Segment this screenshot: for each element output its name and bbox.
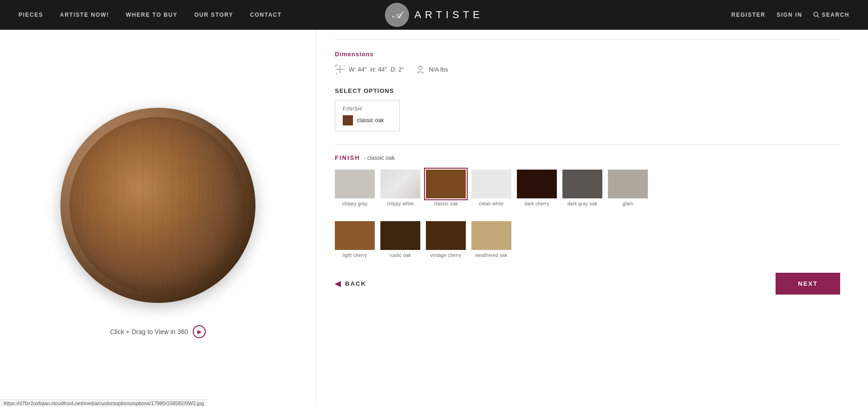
dimensions-label: Dimensions — [335, 51, 840, 58]
dimension-height: H: 44" — [370, 66, 387, 73]
next-button[interactable]: NEXT — [776, 273, 840, 295]
swatch-item-dark-cherry[interactable]: dark cherry — [517, 170, 557, 206]
nav-where-to-buy[interactable]: WHERE TO BUY — [126, 12, 177, 18]
finish-selector-swatch — [343, 115, 353, 125]
select-options-label: Select Options — [335, 87, 840, 94]
swatch-box-chippy-white — [380, 170, 420, 198]
finish-heading-bold: FINISH — [335, 154, 360, 161]
nav-pieces[interactable]: PIECES — [19, 12, 43, 18]
logo-icon: 𝒜 — [385, 3, 409, 27]
navbar: PIECES ARTISTE NOW! WHERE TO BUY OUR STO… — [0, 0, 868, 30]
drag-hint: Click + Drag to View in 360 ▶ — [110, 325, 206, 338]
swatch-box-light-cherry — [335, 221, 375, 250]
swatches-grid-row2: light cherryrustic oakvintage cherryweat… — [335, 221, 840, 258]
weight-icon — [415, 64, 425, 74]
swatch-box-clean-white — [471, 170, 511, 198]
swatch-box-weathered-oak — [471, 221, 511, 250]
play-360-button[interactable]: ▶ — [193, 325, 206, 338]
nav-left: PIECES ARTISTE NOW! WHERE TO BUY OUR STO… — [19, 12, 282, 18]
product-image[interactable] — [60, 108, 255, 303]
swatch-item-chippy-gray[interactable]: chippy gray — [335, 170, 375, 206]
dimension-width: W: 44" — [349, 66, 366, 73]
nav-search[interactable]: SEARCH — [813, 12, 849, 18]
ruler-icon — [335, 64, 345, 74]
swatch-item-weathered-oak[interactable]: weathered oak — [471, 221, 511, 258]
swatch-item-glam[interactable]: glam — [608, 170, 648, 206]
swatch-item-classic-oak[interactable]: classic oak — [426, 170, 466, 206]
dimension-depth: D: 2" — [391, 66, 404, 73]
nav-artiste-now[interactable]: ARTISTE NOW! — [60, 12, 109, 18]
svg-point-0 — [814, 12, 818, 16]
swatch-box-dark-cherry — [517, 170, 557, 198]
finish-selector-value: classic oak — [343, 115, 392, 125]
url-bar: https://d7fzr2oxfqian.cloudfront.net/med… — [0, 399, 208, 407]
swatch-box-vintage-cherry — [426, 221, 466, 250]
dimensions-weight: N/A lbs — [415, 64, 448, 74]
swatch-name-clean-white: clean white — [479, 201, 503, 206]
nav-our-story[interactable]: OUR STORY — [194, 12, 233, 18]
swatch-item-dark-gray-oak[interactable]: dark gray oak — [562, 170, 602, 206]
section-divider — [335, 144, 840, 145]
swatch-box-glam — [608, 170, 648, 198]
finish-selector-label: Finish — [343, 106, 392, 112]
left-panel: Click + Drag to View in 360 ▶ — [0, 30, 316, 407]
swatch-name-classic-oak: classic oak — [434, 201, 458, 206]
nav-contact[interactable]: CONTACT — [250, 12, 281, 18]
nav-right: REGISTER SIGN IN SEARCH — [731, 12, 849, 18]
dimensions-size: W: 44" H: 44" D: 2" — [335, 64, 404, 74]
swatch-item-vintage-cherry[interactable]: vintage cherry — [426, 221, 466, 258]
swatch-name-chippy-gray: chippy gray — [342, 201, 367, 206]
finish-section-heading: FINISH - classic oak — [335, 154, 840, 161]
nav-register[interactable]: REGISTER — [731, 12, 765, 18]
swatch-name-glam: glam — [623, 201, 633, 206]
svg-line-1 — [817, 16, 819, 18]
logo-area: 𝒜 ARTISTE — [385, 3, 483, 27]
right-panel: Dimensions W: 44" H: 44" D: 2" — [316, 30, 868, 407]
swatch-box-chippy-gray — [335, 170, 375, 198]
dimensions-row: W: 44" H: 44" D: 2" N/A lbs — [335, 64, 840, 74]
swatch-name-dark-cherry: dark cherry — [524, 201, 549, 206]
search-label: SEARCH — [822, 12, 849, 18]
swatches-grid-row1: chippy graychippy whiteclassic oakclean … — [335, 170, 840, 206]
swatch-box-rustic-oak — [380, 221, 420, 250]
finish-heading-sub: - classic oak — [364, 155, 395, 161]
weight-value: N/A lbs — [429, 66, 448, 73]
swatch-item-clean-white[interactable]: clean white — [471, 170, 511, 206]
swatch-name-light-cherry: light cherry — [343, 253, 367, 258]
main-layout: Click + Drag to View in 360 ▶ Dimensions… — [0, 30, 868, 407]
swatch-name-rustic-oak: rustic oak — [390, 253, 411, 258]
nav-buttons: ◀ BACK NEXT — [335, 273, 840, 295]
finish-selector-text: classic oak — [357, 117, 384, 124]
logo-text: ARTISTE — [414, 9, 483, 21]
swatch-item-light-cherry[interactable]: light cherry — [335, 221, 375, 258]
nav-sign-in[interactable]: SIGN IN — [777, 12, 802, 18]
swatch-box-classic-oak — [426, 170, 466, 198]
swatch-name-dark-gray-oak: dark gray oak — [568, 201, 598, 206]
swatch-item-rustic-oak[interactable]: rustic oak — [380, 221, 420, 258]
swatch-name-chippy-white: chippy white — [387, 201, 414, 206]
swatch-item-chippy-white[interactable]: chippy white — [380, 170, 420, 206]
finish-selector-box[interactable]: Finish classic oak — [335, 100, 400, 131]
drag-hint-text: Click + Drag to View in 360 — [110, 328, 188, 335]
back-button[interactable]: ◀ BACK — [335, 279, 366, 288]
back-arrow-icon: ◀ — [335, 279, 341, 288]
swatch-box-dark-gray-oak — [562, 170, 602, 198]
back-label: BACK — [345, 280, 366, 287]
swatch-name-weathered-oak: weathered oak — [475, 253, 508, 258]
swatch-name-vintage-cherry: vintage cherry — [430, 253, 461, 258]
search-icon — [813, 12, 820, 18]
top-divider — [335, 39, 840, 39]
product-image-wrap — [51, 98, 265, 312]
